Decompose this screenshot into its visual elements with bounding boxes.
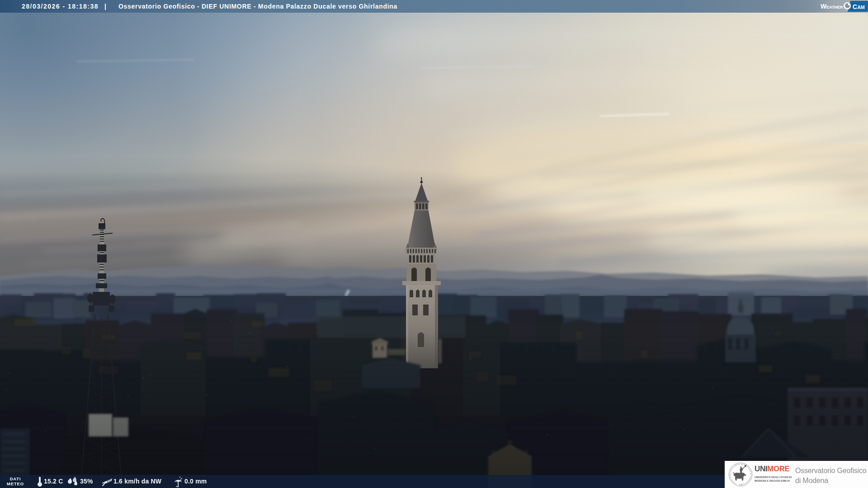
svg-text:AM: AM: [858, 5, 865, 10]
svg-text:1175: 1175: [739, 484, 742, 486]
svg-text:EATHER: EATHER: [826, 5, 843, 9]
svg-text:C: C: [853, 3, 857, 10]
svg-text:W: W: [821, 3, 827, 10]
